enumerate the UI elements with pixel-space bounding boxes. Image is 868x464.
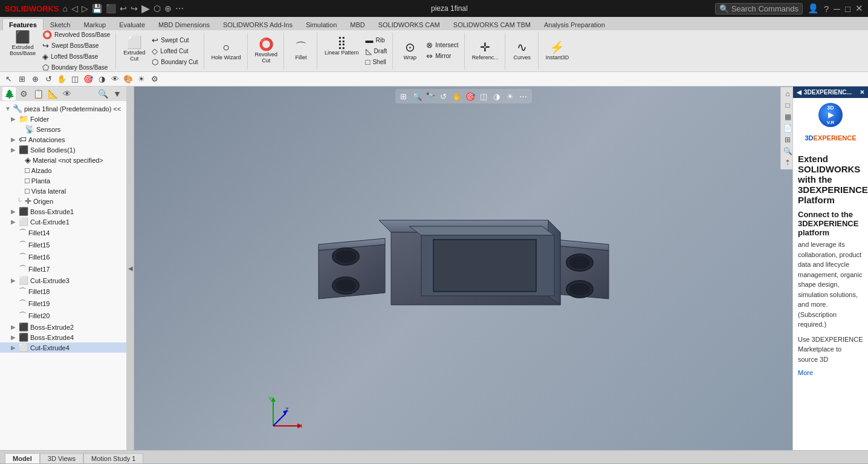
select-tool[interactable]: ↖ xyxy=(2,73,15,85)
linear-pattern-btn[interactable]: ⣿ Linear Pattern xyxy=(322,35,361,57)
side-3d-icon[interactable]: □ xyxy=(782,100,793,111)
draft-btn[interactable]: ◺ Draft xyxy=(364,46,389,56)
tab-mbd-dimensions[interactable]: MBD Dimensions xyxy=(152,18,216,30)
tree-fillet14[interactable]: ⌒ Fillet14 xyxy=(0,227,126,239)
side-search-icon[interactable]: 🔍 xyxy=(782,146,793,157)
search-feature-btn[interactable]: 🔍 xyxy=(96,87,109,100)
side-palette-icon[interactable]: ▦ xyxy=(782,111,793,122)
tree-cut-extrude1[interactable]: ▶ ⬜ Cut-Extrude1 xyxy=(0,217,126,227)
tree-material[interactable]: ◈ Material <not specified> xyxy=(0,155,126,165)
config-manager-tab[interactable]: 📋 xyxy=(31,87,45,100)
rotate-tool[interactable]: ↺ xyxy=(42,73,54,85)
tab-features[interactable]: Features xyxy=(2,18,44,30)
tab-sketch[interactable]: Sketch xyxy=(44,18,77,30)
lofted-bossbase-btn[interactable]: ◈ Lofted Boss/Base xyxy=(40,51,112,62)
tree-planta[interactable]: □ Planta xyxy=(0,175,126,186)
nav-back-icon[interactable]: ◁ xyxy=(71,4,78,13)
tree-fillet17[interactable]: ⌒ Fillet17 xyxy=(0,263,126,275)
tab-simulation[interactable]: Simulation xyxy=(299,18,343,30)
side-home-icon[interactable]: ⌂ xyxy=(782,88,793,99)
tree-sensors[interactable]: 📡 Sensors xyxy=(0,124,126,134)
dim-xpert-tab[interactable]: 📐 xyxy=(46,87,59,100)
tree-cut-extrude3[interactable]: ▶ ⬜ Cut-Extrude3 xyxy=(0,275,126,286)
filter-btn[interactable]: ▼ xyxy=(111,87,124,100)
tab-model[interactable]: Model xyxy=(5,453,40,463)
boundary-bossbase-btn[interactable]: ⬠ Boundary Boss/Base xyxy=(40,62,112,73)
minimize-btn[interactable]: ─ xyxy=(834,4,840,14)
nav-more-icon[interactable]: ⋯ xyxy=(175,4,184,13)
left-panel-collapse-btn[interactable]: ◀ xyxy=(127,87,134,450)
tree-alzado[interactable]: □ Alzado xyxy=(0,165,126,175)
fillet-btn[interactable]: ⌒ Fillet xyxy=(289,40,313,62)
3dexperience-panel-header[interactable]: ◀ 3DEXPERIENC... ✕ xyxy=(793,87,868,98)
nav-extra-icon[interactable]: ⊕ xyxy=(164,4,172,13)
tab-sw-addins[interactable]: SOLIDWORKS Add-Ins xyxy=(216,18,299,30)
zoom-to-fit-canvas[interactable]: ⊞ xyxy=(398,90,410,102)
shell-btn[interactable]: □ Shell xyxy=(364,57,389,67)
tree-cut-extrude4[interactable]: ▶ ⬜ Cut-Extrude4 xyxy=(0,342,126,353)
tab-motion-study[interactable]: Motion Study 1 xyxy=(83,453,143,463)
view-settings-tool[interactable]: ⚙ xyxy=(149,73,161,85)
tab-markup[interactable]: Markup xyxy=(77,18,113,30)
help-icon[interactable]: ? xyxy=(824,4,829,14)
tree-fillet16[interactable]: ⌒ Fillet16 xyxy=(0,251,126,263)
nav-options-icon[interactable]: ⬡ xyxy=(154,4,161,13)
section-view-tool[interactable]: ◫ xyxy=(69,73,81,85)
nav-run-icon[interactable]: ▶ xyxy=(141,2,150,15)
account-icon[interactable]: 👤 xyxy=(808,3,819,14)
tab-sw-cam-tbm[interactable]: SOLIDWORKS CAM TBM xyxy=(447,18,537,30)
side-share-icon[interactable]: ⇡ xyxy=(782,157,793,168)
feature-tree-tab[interactable]: 🌲 xyxy=(2,87,16,100)
tab-analysis[interactable]: Analysis Preparation xyxy=(537,18,612,30)
tree-vista-lateral[interactable]: □ Vista lateral xyxy=(0,186,126,196)
tree-fillet20[interactable]: ⌒ Fillet20 xyxy=(0,310,126,322)
reference-btn[interactable]: ✛ Referenc... xyxy=(470,40,501,62)
nav-undo-icon[interactable]: ↩ xyxy=(120,4,127,13)
swept-bossbase-btn[interactable]: ↪ Swept Boss/Base xyxy=(40,41,112,51)
panel-close-icon[interactable]: ✕ xyxy=(860,89,864,96)
lofted-cut-btn[interactable]: ◇ Lofted Cut xyxy=(150,46,199,56)
tree-fillet18[interactable]: ⌒ Fillet18 xyxy=(0,286,126,298)
nav-redo-icon[interactable]: ↪ xyxy=(131,4,138,13)
wrap-btn[interactable]: ⊙ Wrap xyxy=(398,40,422,62)
tab-sw-cam[interactable]: SOLIDWORKS CAM xyxy=(372,18,447,30)
rotate-canvas[interactable]: ↺ xyxy=(438,90,450,102)
section-canvas[interactable]: ◫ xyxy=(478,90,490,102)
more-link[interactable]: More xyxy=(798,369,813,376)
curves-btn[interactable]: ∿ Curves xyxy=(510,40,534,62)
tree-boss-extrude1[interactable]: ▶ ⬛ Boss-Extrude1 xyxy=(0,206,126,217)
tree-fillet15[interactable]: ⌒ Fillet15 xyxy=(0,239,126,251)
nav-save-icon[interactable]: 💾 xyxy=(92,4,102,13)
close-btn[interactable]: ✕ xyxy=(855,3,863,14)
scene-tool[interactable]: ☀ xyxy=(135,73,147,85)
side-grid-icon[interactable]: ⊞ xyxy=(782,134,793,145)
tree-solid-bodies[interactable]: ▶ ⬛ Solid Bodies(1) xyxy=(0,145,126,155)
tree-fillet19[interactable]: ⌒ Fillet19 xyxy=(0,298,126,310)
search-box[interactable]: 🔍 Search Commands xyxy=(715,3,803,15)
tree-root[interactable]: ▼ 🔧 pieza 1final (Predeterminado) << xyxy=(0,103,126,114)
hide-show-tool[interactable]: 👁 xyxy=(109,73,121,85)
property-manager-tab[interactable]: ⚙ xyxy=(17,87,30,100)
instant3d-btn[interactable]: ⚡ Instant3D xyxy=(543,40,572,62)
nav-print-icon[interactable]: ⬛ xyxy=(106,4,116,13)
revolved-cut-btn[interactable]: ⭕ RevolvedCut xyxy=(253,37,280,65)
tab-mbd[interactable]: MBD xyxy=(343,18,371,30)
extruded-cut-btn[interactable]: ⬜ ExtrudedCut xyxy=(121,35,147,63)
nav-home-icon[interactable]: ⌂ xyxy=(63,4,68,13)
zoom-in-tool[interactable]: ⊕ xyxy=(29,73,41,85)
side-file-icon[interactable]: 📄 xyxy=(782,123,793,134)
zoom-to-fit-tool[interactable]: ⊞ xyxy=(16,73,28,85)
canvas-area[interactable]: ⊞ 🔍 🔭 ↺ ✋ 🎯 ◫ ◑ ☀ ⋯ xyxy=(134,87,792,450)
nav-forward-icon[interactable]: ▷ xyxy=(82,4,88,13)
scene-canvas[interactable]: ☀ xyxy=(504,90,516,102)
more-tools-canvas[interactable]: ⋯ xyxy=(517,90,530,102)
pan-tool[interactable]: ✋ xyxy=(56,73,68,85)
tree-boss-extrude4[interactable]: ▶ ⬛ Boss-Extrude4 xyxy=(0,332,126,342)
rib-btn[interactable]: ▬ Rib xyxy=(364,35,389,45)
tab-evaluate[interactable]: Evaluate xyxy=(112,18,152,30)
swept-cut-btn[interactable]: ↩ Swept Cut xyxy=(150,35,199,45)
revolved-bossbase-btn[interactable]: ⭕ Revolved Boss/Base xyxy=(40,30,112,40)
mirror-btn[interactable]: ⇔ Mirror xyxy=(424,51,460,61)
tree-boss-extrude2[interactable]: ▶ ⬛ Boss-Extrude2 xyxy=(0,322,126,332)
maximize-btn[interactable]: □ xyxy=(845,4,850,14)
